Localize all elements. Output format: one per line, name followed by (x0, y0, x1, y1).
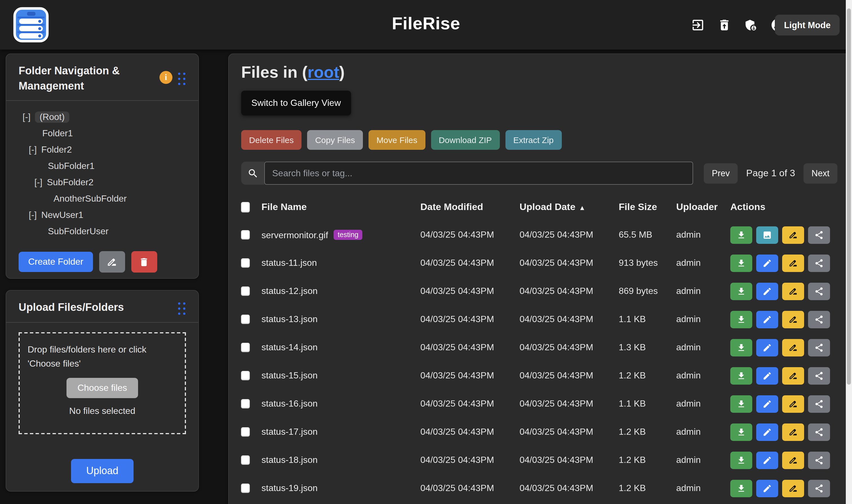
col-header-uploader[interactable]: Uploader (676, 202, 730, 213)
rename-button[interactable] (782, 367, 804, 384)
share-button[interactable] (808, 451, 830, 469)
root-folder-link[interactable]: root (307, 63, 339, 81)
row-checkbox[interactable] (241, 315, 250, 324)
choose-files-button[interactable]: Choose files (67, 378, 138, 398)
rename-button[interactable] (782, 254, 804, 272)
file-name[interactable]: status-18.json (261, 455, 317, 465)
download-button[interactable] (730, 339, 752, 356)
tree-item-subfolderuser[interactable]: SubFolderUser (19, 223, 186, 239)
file-name[interactable]: status-16.json (261, 399, 317, 408)
tree-item-newuser1[interactable]: [-] NewUser1 (19, 207, 186, 223)
share-button[interactable] (808, 480, 830, 497)
share-button[interactable] (808, 395, 830, 413)
file-name[interactable]: status-17.json (261, 427, 317, 436)
download-button[interactable] (730, 367, 752, 384)
share-button[interactable] (808, 367, 830, 384)
share-button[interactable] (808, 283, 830, 300)
delete-files-button[interactable]: Delete Files (241, 130, 301, 150)
row-checkbox[interactable] (241, 230, 250, 239)
move-files-button[interactable]: Move Files (368, 130, 425, 150)
drag-handle-icon[interactable] (178, 302, 186, 316)
rename-button[interactable] (782, 339, 804, 356)
file-dropzone[interactable]: Drop files/folders here or click 'Choose… (19, 332, 186, 434)
share-button[interactable] (808, 423, 830, 440)
download-button[interactable] (730, 310, 752, 328)
edit-button[interactable] (756, 395, 778, 413)
row-checkbox[interactable] (241, 455, 250, 465)
collapse-marker[interactable]: [-] (34, 177, 42, 187)
rename-button[interactable] (782, 310, 804, 328)
col-header-modified[interactable]: Date Modified (420, 202, 520, 213)
download-button[interactable] (730, 226, 752, 244)
tree-item-root[interactable]: [-] (Root) (19, 109, 186, 125)
switch-gallery-view-button[interactable]: Switch to Gallery View (241, 91, 351, 115)
extract-zip-button[interactable]: Extract Zip (505, 130, 561, 150)
edit-button[interactable] (756, 310, 778, 328)
row-checkbox[interactable] (241, 427, 250, 436)
download-button[interactable] (730, 283, 752, 300)
edit-button[interactable] (756, 423, 778, 440)
rename-button[interactable] (782, 283, 804, 300)
create-folder-button[interactable]: Create Folder (19, 252, 93, 272)
rename-folder-button[interactable] (99, 251, 125, 273)
rename-button[interactable] (782, 480, 804, 497)
row-checkbox[interactable] (241, 371, 250, 380)
file-name[interactable]: status-19.json (261, 483, 317, 493)
tree-item-subfolder2[interactable]: [-] SubFolder2 (19, 174, 186, 190)
share-button[interactable] (808, 254, 830, 272)
file-name[interactable]: status-13.json (261, 314, 317, 324)
rename-button[interactable] (782, 451, 804, 469)
col-header-uploaded[interactable]: Upload Date▲ (520, 202, 619, 213)
preview-image-button[interactable] (756, 226, 778, 244)
file-name[interactable]: status-11.json (261, 258, 317, 268)
row-checkbox[interactable] (241, 399, 250, 408)
restore-trash-icon[interactable] (717, 18, 731, 32)
share-button[interactable] (808, 226, 830, 244)
download-button[interactable] (730, 254, 752, 272)
drag-handle-icon[interactable] (178, 73, 186, 86)
rename-button[interactable] (782, 226, 804, 244)
scrollbar-thumb[interactable] (847, 8, 851, 384)
row-checkbox[interactable] (241, 287, 250, 296)
tree-item-anothersubfolder[interactable]: AnotherSubFolder (19, 190, 186, 207)
edit-button[interactable] (756, 480, 778, 497)
row-checkbox[interactable] (241, 258, 250, 268)
row-checkbox[interactable] (241, 343, 250, 352)
collapse-marker[interactable]: [-] (29, 210, 37, 220)
file-name[interactable]: status-15.json (261, 371, 317, 380)
col-header-name[interactable]: File Name (261, 202, 420, 213)
tree-item-subfolder1[interactable]: SubFolder1 (19, 158, 186, 174)
share-button[interactable] (808, 339, 830, 356)
prev-page-button[interactable]: Prev (704, 163, 738, 183)
edit-button[interactable] (756, 254, 778, 272)
edit-button[interactable] (756, 451, 778, 469)
download-zip-button[interactable]: Download ZIP (431, 130, 500, 150)
copy-files-button[interactable]: Copy Files (307, 130, 363, 150)
collapse-marker[interactable]: [-] (22, 112, 31, 122)
select-all-checkbox[interactable] (241, 202, 250, 212)
admin-shield-icon[interactable] (744, 18, 758, 32)
delete-folder-button[interactable] (131, 251, 157, 273)
file-name[interactable]: status-12.json (261, 286, 317, 296)
download-button[interactable] (730, 423, 752, 440)
page-scrollbar[interactable] (846, 0, 852, 504)
download-button[interactable] (730, 395, 752, 413)
tree-item-folder2[interactable]: [-] Folder2 (19, 141, 186, 158)
upload-button[interactable]: Upload (71, 459, 134, 483)
file-name[interactable]: status-14.json (261, 342, 317, 352)
download-button[interactable] (730, 480, 752, 497)
edit-button[interactable] (756, 339, 778, 356)
row-checkbox[interactable] (241, 484, 250, 493)
logout-icon[interactable] (691, 18, 705, 32)
light-mode-button[interactable]: Light Mode (775, 15, 840, 35)
edit-button[interactable] (756, 283, 778, 300)
search-input[interactable] (264, 162, 693, 185)
edit-button[interactable] (756, 367, 778, 384)
collapse-marker[interactable]: [-] (29, 144, 37, 155)
rename-button[interactable] (782, 423, 804, 440)
rename-button[interactable] (782, 395, 804, 413)
col-header-size[interactable]: File Size (619, 202, 676, 213)
file-name[interactable]: servermonitor.gif (261, 230, 328, 240)
share-button[interactable] (808, 310, 830, 328)
download-button[interactable] (730, 451, 752, 469)
